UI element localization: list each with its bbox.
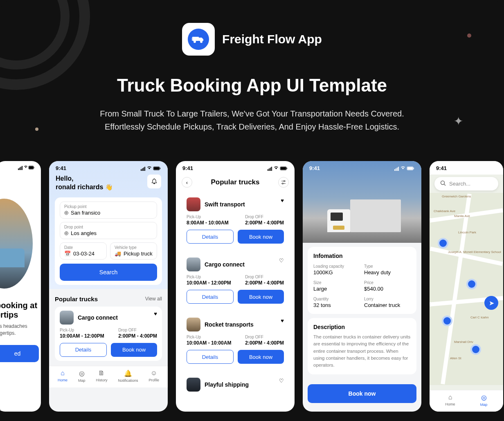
svg-rect-10	[141, 169, 142, 171]
pin-icon: ◎	[64, 210, 68, 215]
svg-rect-13	[144, 167, 145, 171]
svg-point-25	[284, 181, 285, 182]
phone-home: 9:41 Hello,ronald richards 👋 Pickup poin…	[49, 161, 168, 412]
headline: Truck Booking App UI Template	[0, 75, 504, 96]
onboarding-sub: ics headaches ingertips.	[0, 323, 41, 345]
onboarding-title: booking at ertips	[0, 289, 41, 323]
phone-map: 9:41 Search... Greenwich Gardens Chalkba…	[430, 161, 503, 412]
map-poi: Joseph A. Mcneil Elementary School	[448, 250, 501, 254]
book-now-button[interactable]: Book now	[238, 230, 284, 244]
tab-notifications[interactable]: 🔔Notifications	[118, 369, 138, 383]
search-button[interactable]: Search	[60, 264, 157, 281]
svg-rect-6	[22, 166, 22, 170]
calendar-icon: 📅	[64, 251, 71, 257]
get-started-button[interactable]: ed	[0, 345, 39, 362]
truck-thumbnail	[60, 311, 74, 325]
book-now-button[interactable]: Book now	[308, 384, 416, 403]
vehicle-field[interactable]: Vehicle type 🚚Pickup truck	[110, 242, 157, 260]
phone-onboarding: booking at ertips ics headaches ingertip…	[0, 161, 41, 412]
map-icon: ◎	[79, 369, 85, 377]
book-now-button[interactable]: Book now	[238, 350, 284, 364]
svg-rect-4	[19, 168, 20, 170]
svg-point-2	[200, 40, 202, 43]
svg-rect-17	[268, 169, 268, 171]
svg-rect-33	[407, 167, 413, 170]
tab-map[interactable]: ◎Map	[78, 369, 86, 383]
drop-field[interactable]: Drop point ◎Los angles	[60, 222, 157, 239]
tab-profile[interactable]: ☺Profile	[148, 369, 159, 383]
view-all-link[interactable]: View all	[145, 296, 162, 302]
svg-rect-19	[270, 168, 271, 171]
history-icon: 🗎	[98, 369, 105, 377]
tab-home[interactable]: ⌂Home	[58, 369, 68, 383]
svg-rect-0	[192, 37, 199, 41]
phone-truck-detail: 9:41 Infomation Loading capacity1000KG T…	[303, 161, 421, 412]
status-icons	[394, 166, 415, 171]
section-title: Popular trucks	[55, 296, 98, 302]
status-time: 9:41	[56, 165, 66, 171]
profile-icon: ☺	[151, 369, 157, 377]
truck-icon: 🚚	[115, 251, 121, 257]
favorite-button[interactable]: ♥	[281, 197, 284, 204]
favorite-button[interactable]: ♥	[281, 318, 284, 324]
pickup-field[interactable]: Pickup point ◎San fransico	[60, 202, 157, 219]
date-field[interactable]: Date 📅03-03-24	[60, 242, 107, 260]
tab-home[interactable]: ⌂Home	[446, 394, 455, 407]
svg-rect-34	[414, 168, 414, 169]
favorite-button[interactable]: ♥	[154, 311, 157, 317]
app-logo	[182, 23, 215, 56]
svg-rect-3	[18, 168, 19, 170]
favorite-button[interactable]: ♡	[279, 258, 284, 264]
bell-icon: 🔔	[124, 369, 132, 377]
svg-rect-29	[396, 168, 396, 171]
phone-popular-trucks: 9:41 ‹ Popular trucks Swift transport♥ P…	[176, 161, 295, 412]
map-poi: Carl C Icahn	[470, 316, 488, 319]
svg-rect-9	[34, 167, 34, 168]
pin-icon: ◎	[64, 230, 68, 236]
tab-history[interactable]: 🗎History	[96, 369, 107, 383]
map-pin[interactable]	[438, 238, 448, 249]
details-button[interactable]: Details	[60, 343, 107, 357]
book-now-button[interactable]: Book now	[111, 343, 157, 357]
map-icon: ◎	[481, 394, 487, 401]
back-button[interactable]: ‹	[182, 177, 192, 188]
status-icons	[141, 166, 161, 171]
details-button[interactable]: Details	[187, 350, 234, 364]
status-time: 9:41	[436, 165, 447, 171]
page-title: Popular trucks	[211, 178, 259, 186]
tab-map[interactable]: ◎Map	[480, 394, 488, 407]
map-pin[interactable]	[442, 316, 452, 326]
tab-bar: ⌂Home ◎Map	[430, 390, 503, 412]
search-icon	[440, 180, 446, 187]
map-poi: Greenwich Gardens	[442, 195, 471, 198]
svg-rect-18	[269, 168, 270, 171]
map-view[interactable]: Greenwich Gardens Chalkbank Ave Manila A…	[430, 193, 503, 385]
truck-thumbnail	[187, 197, 200, 211]
svg-rect-16	[160, 168, 161, 169]
wave-icon: 👋	[105, 184, 113, 190]
app-name: Freight Flow App	[222, 32, 322, 46]
map-search-input[interactable]: Search...	[434, 177, 498, 190]
favorite-button[interactable]: ♡	[279, 378, 284, 384]
map-pin[interactable]	[470, 344, 481, 355]
details-button[interactable]: Details	[187, 230, 234, 244]
svg-point-35	[441, 181, 445, 185]
truck-card: Cargo connect ♥ Pick-Up10:00AM - 12:00PM…	[55, 307, 162, 361]
truck-icon	[188, 29, 209, 50]
decor-dot	[35, 128, 38, 131]
truck-card: Playful shipping♡	[182, 374, 289, 392]
truck-thumbnail	[187, 318, 200, 331]
locate-me-button[interactable]: ➤	[484, 296, 498, 310]
filter-button[interactable]	[278, 177, 289, 188]
truck-card: Swift transport♥ Pick-Up8:00AM - 10:00AM…	[182, 193, 289, 248]
hero-image	[0, 199, 33, 289]
status-icons	[268, 166, 288, 171]
truck-thumbnail	[187, 378, 200, 392]
sparkle-icon: ✦	[454, 114, 463, 128]
map-pin[interactable]	[466, 279, 477, 289]
notification-button[interactable]	[147, 175, 161, 188]
home-icon: ⌂	[448, 394, 452, 401]
details-button[interactable]: Details	[187, 290, 234, 304]
book-now-button[interactable]: Book now	[238, 290, 284, 304]
svg-point-27	[282, 183, 283, 184]
